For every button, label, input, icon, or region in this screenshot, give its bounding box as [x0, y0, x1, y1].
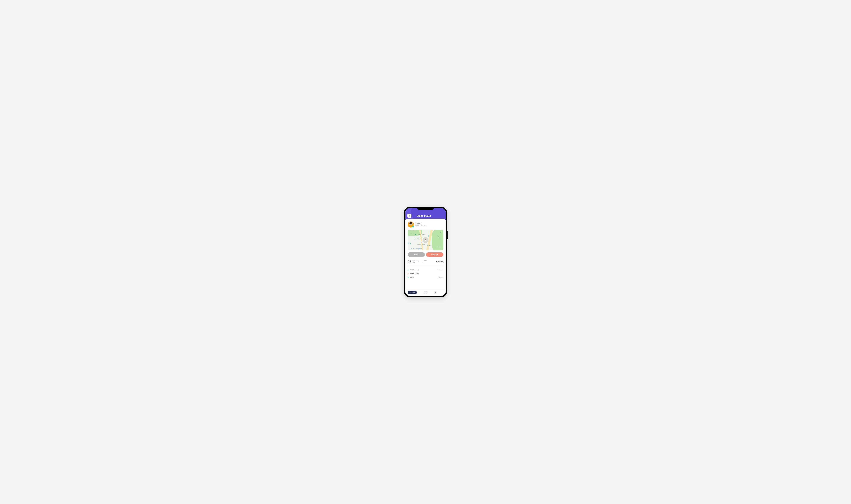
map-pin-icon: [427, 244, 429, 245]
map-label-catedral: Catedral de Valencia: [417, 244, 425, 245]
svg-rect-3: [425, 293, 425, 293]
back-button[interactable]: [407, 214, 411, 218]
greeting-date: 26th June: [421, 225, 427, 227]
map-location-indicator: [423, 237, 428, 243]
greeting-sub: 09:55 — 26th June: [415, 225, 427, 227]
summary-out-time: —: [424, 262, 425, 263]
summary-times: → 09.55 ← —: [422, 260, 427, 264]
tab-apps[interactable]: [424, 291, 427, 294]
tab-home[interactable]: Home: [408, 291, 417, 294]
map-district-xerea: LA XEREA: [436, 247, 441, 248]
tab-home-label: Home: [411, 292, 415, 293]
map-pin-icon: [418, 247, 419, 248]
summary-in-time: 09.55: [424, 260, 427, 262]
day-summary: 26 Wednesday June → 09.55 ← — 1:00:03 h: [408, 260, 443, 266]
summary-day-text: Wednesday June: [412, 260, 419, 263]
summary-total: 1:00:03 h: [436, 261, 443, 263]
map-view[interactable]: NH Valencia Center Valencia Modern Torre…: [408, 230, 443, 250]
status-dot: [408, 270, 408, 270]
log-time: 09:55 — 10:55: [410, 269, 419, 271]
status-dot: [408, 277, 408, 278]
page-title: Clock in/out: [416, 214, 431, 217]
map-label-torres: Torres de Serranos: [418, 234, 425, 235]
summary-day-number: 26: [408, 260, 411, 264]
map-pin-icon: [410, 242, 411, 243]
home-icon: [409, 291, 411, 293]
pin-icon: [438, 269, 439, 271]
log-location: Remote: [438, 277, 443, 278]
arrow-out-icon: ←: [422, 262, 423, 263]
map-label-nh: NH Valencia Center: [408, 230, 416, 231]
user-avatar[interactable]: [408, 221, 414, 228]
map-label-mercado: Mercado Central de Valencia: [411, 248, 422, 249]
phone-frame: Clock in/out Hello! 09:55 — 26th June: [404, 207, 447, 297]
svg-rect-4: [426, 293, 427, 293]
arrow-in-icon: →: [422, 260, 423, 262]
svg-rect-1: [425, 291, 425, 292]
clock-out-button[interactable]: Clock out: [426, 252, 443, 257]
log-time: 10:55 — 12:02: [410, 273, 419, 274]
device-notch: [417, 207, 434, 210]
greeting-time: 09:55: [415, 225, 419, 227]
user-icon: [434, 291, 437, 294]
bottom-tabbar: Home: [405, 289, 446, 296]
greeting-text: Hello! 09:55 — 26th June: [415, 222, 427, 227]
screen: Clock in/out Hello! 09:55 — 26th June: [405, 208, 446, 296]
action-buttons: Break Clock out: [408, 252, 443, 257]
tab-profile[interactable]: [434, 291, 437, 294]
pin-icon: [438, 277, 439, 278]
log-location: Remote: [438, 269, 443, 271]
grid-icon: [424, 291, 427, 294]
map-pin-icon: [415, 233, 416, 234]
log-row: 12:02Remote: [408, 275, 443, 279]
map-label-modern: Valencia Modern: [409, 233, 415, 234]
content-area: Hello! 09:55 — 26th June NH Valencia Cen…: [405, 219, 446, 287]
log-list: 09:55 — 10:55Remote10:55 — 12:0212:02Rem…: [408, 268, 443, 279]
svg-point-0: [409, 292, 410, 293]
status-dot: [408, 273, 408, 274]
summary-month: June: [412, 262, 419, 263]
greeting-sep: —: [419, 225, 421, 227]
greeting-row: Hello! 09:55 — 26th June: [408, 221, 443, 228]
greeting-hello: Hello!: [415, 222, 427, 225]
svg-point-5: [435, 292, 436, 292]
map-label-reard: Reard: [440, 232, 442, 233]
map-pin-icon: [428, 234, 429, 235]
svg-rect-2: [426, 291, 427, 292]
log-row: 09:55 — 10:55Remote: [408, 268, 443, 272]
map-pin-icon: [421, 240, 422, 241]
chevron-left-icon: [409, 215, 410, 217]
summary-weekday: Wednesday: [412, 260, 419, 262]
log-time: 12:02: [410, 277, 413, 278]
break-button[interactable]: Break: [408, 252, 425, 257]
log-row: 10:55 — 12:02: [408, 272, 443, 275]
map-label-parroquia: Parroquia de San Nicolás de Bari y San..…: [414, 238, 424, 239]
